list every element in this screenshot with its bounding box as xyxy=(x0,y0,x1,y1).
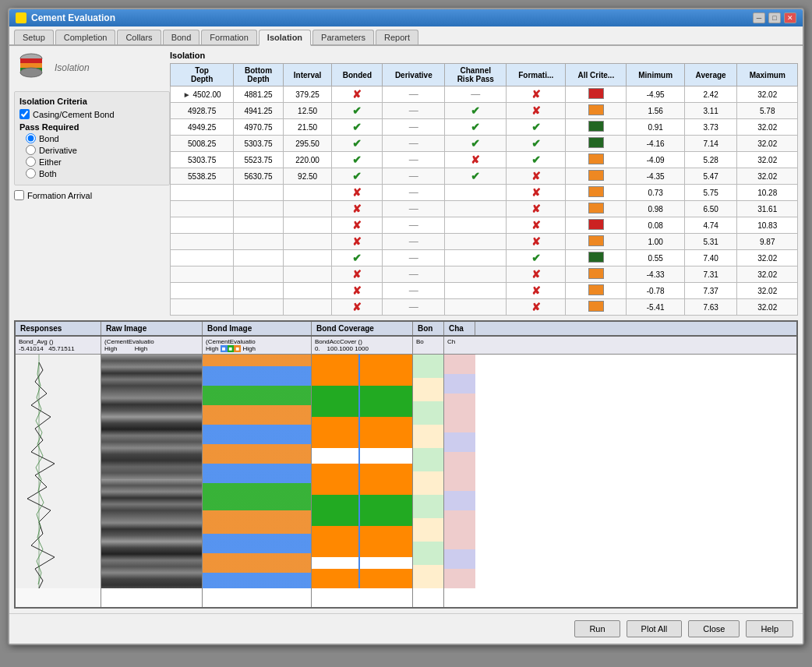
log-col-bond-header: Bond Image xyxy=(203,322,312,335)
col-header-bottom-depth: BottomDepth xyxy=(234,64,283,86)
min-cell: 0.91 xyxy=(627,119,684,136)
plot-all-button[interactable]: Plot All xyxy=(627,620,683,637)
close-window-button[interactable]: ✕ xyxy=(784,12,796,23)
top-depth-cell xyxy=(171,250,234,266)
bonded-cell: ✔ xyxy=(332,152,383,168)
tab-formation[interactable]: Formation xyxy=(201,30,257,44)
formation-cell: ✘ xyxy=(507,103,566,119)
drum-icon xyxy=(14,51,48,85)
interval-cell: 12.50 xyxy=(283,103,332,119)
bottom-depth-cell: 5303.75 xyxy=(234,136,283,152)
table-row: ✘—✘0.735.7510.28 xyxy=(171,185,798,201)
bottom-depth-cell xyxy=(234,266,283,283)
run-button[interactable]: Run xyxy=(574,620,620,637)
tab-bond[interactable]: Bond xyxy=(163,30,200,44)
derivative-cell: — xyxy=(383,283,445,299)
close-button[interactable]: Close xyxy=(688,620,740,637)
log-header: Responses Raw Image Bond Image Bond Cove… xyxy=(16,322,796,337)
responses-trace xyxy=(16,355,101,588)
bond-coverage-image xyxy=(312,355,413,588)
bond-image xyxy=(203,355,312,588)
top-depth-cell: 5538.25 xyxy=(171,168,234,185)
table-row: ✘—✘0.084.7410.83 xyxy=(171,217,798,234)
max-cell: 9.87 xyxy=(737,234,798,250)
radio-both-input[interactable] xyxy=(26,168,36,178)
radio-bond-input[interactable] xyxy=(26,133,36,143)
formation-arrival-checkbox[interactable] xyxy=(14,190,24,200)
tab-isolation[interactable]: Isolation xyxy=(259,30,311,46)
help-button[interactable]: Help xyxy=(746,620,793,637)
formation-cell: ✘ xyxy=(507,201,566,217)
all-crite-cell xyxy=(566,299,627,316)
min-cell: 0.08 xyxy=(627,217,684,234)
all-crite-cell xyxy=(566,152,627,168)
min-cell: 1.00 xyxy=(627,234,684,250)
formation-arrival-row: Formation Arrival xyxy=(14,190,170,200)
interval-cell: 21.50 xyxy=(283,119,332,136)
log-col-raw-header: Raw Image xyxy=(101,322,203,335)
responses-col xyxy=(16,355,101,607)
col-header-minimum: Minimum xyxy=(627,64,684,86)
channel-cell: ✔ xyxy=(445,136,507,152)
main-window: Cement Evaluation ─ □ ✕ Setup Completion… xyxy=(8,8,804,645)
all-crite-cell xyxy=(566,201,627,217)
table-row: ✘—✘1.005.319.87 xyxy=(171,234,798,250)
interval-cell xyxy=(283,250,332,266)
casing-cement-checkbox[interactable] xyxy=(19,109,30,119)
channel-cell xyxy=(445,201,507,217)
minimize-button[interactable]: ─ xyxy=(753,12,765,23)
log-col-responses-header: Responses xyxy=(16,322,101,335)
top-depth-cell xyxy=(171,234,234,250)
interval-cell: 92.50 xyxy=(283,168,332,185)
radio-either-input[interactable] xyxy=(26,157,36,167)
formation-cell: ✔ xyxy=(507,136,566,152)
channel-cell: ✘ xyxy=(445,152,507,168)
top-depth-cell xyxy=(171,217,234,234)
table-row: 5008.255303.75295.50✔—✔✔-4.167.1432.02 xyxy=(171,136,798,152)
bottom-depth-cell xyxy=(234,217,283,234)
main-content: Isolation Isolation Criteria Casing/Ceme… xyxy=(9,46,803,320)
max-cell: 10.28 xyxy=(737,185,798,201)
bon-col xyxy=(413,355,444,607)
tab-collars[interactable]: Collars xyxy=(117,30,161,44)
maximize-button[interactable]: □ xyxy=(768,12,781,23)
svg-point-4 xyxy=(20,68,42,77)
bonded-cell: ✘ xyxy=(332,266,383,283)
radio-derivative-input[interactable] xyxy=(26,145,36,155)
bottom-depth-cell: 5523.75 xyxy=(234,152,283,168)
tab-report[interactable]: Report xyxy=(376,30,418,44)
tab-parameters[interactable]: Parameters xyxy=(312,30,374,44)
bonded-cell: ✘ xyxy=(332,234,383,250)
log-col-cha-header: Cha xyxy=(444,322,475,335)
max-cell: 32.02 xyxy=(737,86,798,103)
top-depth-cell xyxy=(171,201,234,217)
table-scroll-wrapper[interactable]: TopDepth BottomDepth Interval Bonded Der… xyxy=(170,63,798,316)
top-depth-cell xyxy=(171,266,234,283)
bottom-depth-cell xyxy=(234,234,283,250)
bon-image xyxy=(413,355,444,588)
tab-completion[interactable]: Completion xyxy=(55,30,116,44)
all-crite-cell xyxy=(566,103,627,119)
cursor-line xyxy=(358,355,360,588)
cha-sublabel: Ch xyxy=(444,337,475,354)
bottom-depth-cell xyxy=(234,185,283,201)
radio-bond: Bond xyxy=(19,133,164,143)
title-bar-left: Cement Evaluation xyxy=(16,12,115,23)
tab-setup[interactable]: Setup xyxy=(14,30,54,44)
derivative-cell: — xyxy=(383,103,445,119)
radio-both-label: Both xyxy=(39,169,57,178)
formation-cell: ✔ xyxy=(507,250,566,266)
top-depth-cell xyxy=(171,283,234,299)
channel-cell xyxy=(445,234,507,250)
channel-cell: ✔ xyxy=(445,168,507,185)
derivative-cell: — xyxy=(383,217,445,234)
channel-cell xyxy=(445,217,507,234)
derivative-cell: — xyxy=(383,266,445,283)
table-row: ✘—✘-0.787.3732.02 xyxy=(171,283,798,299)
formation-cell: ✔ xyxy=(507,119,566,136)
raw-sublabel: (CementEvaluatioHigh High xyxy=(101,337,203,354)
radio-either: Either xyxy=(19,157,164,167)
top-depth-cell: ► 4502.00 xyxy=(171,86,234,103)
title-controls: ─ □ ✕ xyxy=(753,12,796,23)
avg-cell: 5.47 xyxy=(684,168,737,185)
